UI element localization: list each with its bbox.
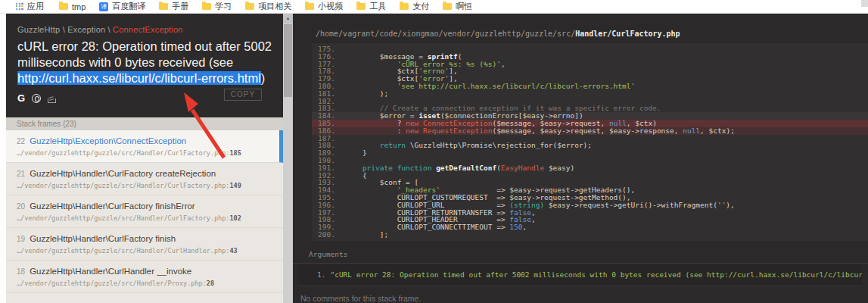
frame-path: …/vendor/guzzlehttp/guzzle/src/Handler/P… (17, 280, 272, 287)
apps-button[interactable]: 应用 (9, 1, 51, 13)
bookmark-item[interactable]: 项目相关 (238, 1, 298, 13)
bookmarks-bar: 应用 tmp译百度翻译手册学习项目相关小视频工具支付啊恒 (0, 0, 868, 14)
left-panel-scrollbar[interactable]: ▲ (283, 14, 293, 303)
folder-icon (245, 3, 254, 10)
frame-title: GuzzleHttp\Handler\CurlHandler __invoke (30, 267, 191, 276)
scrollbar-corner (861, 0, 868, 7)
frame-path: …/vendor/guzzlehttp/guzzle/src/Handler/C… (17, 247, 272, 255)
folder-icon (59, 3, 68, 10)
frame-index: 20 (17, 202, 25, 211)
file-path: /home/vagrant/code/xiongmao/vendor/guzzl… (293, 14, 868, 38)
duckduckgo-search-icon[interactable] (32, 94, 41, 103)
exception-message-suffix: ) (261, 71, 266, 85)
line-number: 200. (312, 231, 345, 239)
code-line: 199. CURLOPT_CONNECTTIMEOUT => 150, (312, 223, 868, 231)
file-path-filename: Handler/CurlFactory.php (575, 30, 680, 38)
frame-title: GuzzleHttp\Handler\CurlFactory createRej… (30, 169, 216, 178)
folder-icon (202, 3, 211, 10)
scrollbar-thumb[interactable] (284, 24, 292, 97)
bookmark-label: 工具 (369, 1, 386, 12)
bookmark-label: 手册 (172, 1, 188, 12)
breadcrumb-part: ConnectException (113, 25, 182, 34)
page: 应用 tmp译百度翻译手册学习项目相关小视频工具支付啊恒 GuzzleHttp … (0, 0, 868, 303)
exception-message-text: cURL error 28: Operation timed out after… (17, 39, 272, 69)
frame-index: 18 (17, 267, 25, 276)
frame-index: 19 (17, 235, 25, 243)
frame-index: 22 (17, 137, 25, 145)
apps-label: 应用 (27, 1, 44, 12)
code-line: 189. } (312, 149, 868, 157)
bookmark-item[interactable]: 译百度翻译 (92, 1, 152, 13)
stack-frame[interactable]: 18GuzzleHttp\Handler\CurlHandler __invok… (6, 261, 283, 293)
bookmark-label: 小视频 (318, 1, 343, 12)
code-line: 186. : new RequestException($message, $e… (312, 127, 868, 135)
bookmark-label: tmp (72, 2, 86, 11)
breadcrumb: GuzzleHttp \ Exception \ ConnectExceptio… (17, 25, 272, 34)
stack-frame[interactable]: 21GuzzleHttp\Handler\CurlFactory createR… (6, 163, 283, 195)
folder-icon (305, 3, 314, 10)
bookmark-label: 百度翻译 (112, 1, 145, 12)
no-comments-text: No comments for this stack frame. (300, 294, 868, 303)
bookmark-item[interactable]: 学习 (195, 1, 238, 13)
code-panel: /home/vagrant/code/xiongmao/vendor/guzzl… (293, 14, 868, 303)
folder-icon (400, 3, 409, 10)
code-block: 175.176. $message = sprintf(177. 'cURL e… (312, 43, 868, 241)
file-path-prefix: /home/vagrant/code/xiongmao/vendor/guzzl… (316, 30, 575, 38)
code-line: 181. ); (312, 90, 868, 98)
bookmark-item[interactable]: 支付 (393, 1, 436, 13)
google-search-icon[interactable]: G (17, 93, 25, 104)
frame-path: …/vendor/guzzlehttp/guzzle/src/Handler/C… (17, 149, 269, 157)
code-line: 188. return \GuzzleHttp\Promise\rejectio… (312, 142, 868, 149)
translate-icon: 译 (99, 2, 108, 11)
bookmark-label: 项目相关 (258, 1, 291, 12)
breadcrumb-part: GuzzleHttp (17, 25, 60, 34)
arguments-list: 1."cURL error 28: Operation timed out af… (299, 264, 862, 286)
left-panel: GuzzleHttp \ Exception \ ConnectExceptio… (6, 14, 283, 303)
exception-header: GuzzleHttp \ Exception \ ConnectExceptio… (6, 14, 283, 117)
bookmarks-list: tmp译百度翻译手册学习项目相关小视频工具支付啊恒 (52, 1, 479, 13)
code-line: 191. private function getDefaultConf(Eas… (312, 164, 868, 172)
bookmark-item[interactable]: 手册 (152, 1, 195, 13)
arguments-label: Arguments (309, 250, 868, 258)
code-line: 180. 'see http://curl.haxx.se/libcurl/c/… (312, 83, 868, 90)
stack-frames-header: Stack frames (23) (6, 117, 283, 130)
bookmark-item[interactable]: 工具 (350, 1, 393, 13)
bookmark-item[interactable]: 小视频 (298, 1, 350, 13)
breadcrumb-separator: \ (105, 25, 113, 34)
frame-title: GuzzleHttp\Handler\CurlFactory finishErr… (30, 201, 195, 211)
frame-title: GuzzleHttp\Exception\ConnectException (30, 136, 186, 145)
code-line: 200. ]; (312, 231, 868, 239)
main-area: GuzzleHttp \ Exception \ ConnectExceptio… (0, 14, 868, 303)
bookmark-label: 学习 (215, 1, 232, 12)
frame-index: 21 (17, 170, 25, 178)
bookmark-label: 啊恒 (456, 1, 472, 12)
frame-title: GuzzleHttp\Handler\CurlFactory finish (30, 234, 176, 243)
folder-icon (356, 3, 366, 10)
bookmark-item[interactable]: 啊恒 (436, 1, 479, 13)
stack-frame[interactable]: 20GuzzleHttp\Handler\CurlFactory finishE… (6, 195, 283, 228)
exception-doc-link[interactable]: http://curl.haxx.se/libcurl/c/libcurl-er… (17, 71, 261, 85)
argument-item: 1."cURL error 28: Operation timed out af… (317, 270, 857, 279)
bookmark-item[interactable]: tmp (52, 1, 92, 13)
apps-grid-icon (16, 3, 23, 11)
breadcrumb-part: Exception (67, 25, 105, 34)
exception-message: cURL error 28: Operation timed out after… (17, 39, 278, 86)
stack-frame[interactable]: 22GuzzleHttp\Exception\ConnectException…… (6, 130, 283, 163)
stackoverflow-search-icon[interactable] (48, 94, 56, 103)
copy-button[interactable]: COPY (224, 89, 262, 101)
frame-path: …/vendor/guzzlehttp/guzzle/src/Handler/C… (17, 182, 272, 189)
code-lines: 175.176. $message = sprintf(177. 'cURL e… (312, 45, 868, 239)
folder-icon (443, 3, 452, 10)
bookmark-label: 支付 (412, 1, 429, 12)
scrollbar-up-button[interactable]: ▲ (283, 14, 293, 23)
breadcrumb-separator: \ (60, 25, 67, 34)
folder-icon (159, 3, 168, 10)
stack-frame[interactable]: 19GuzzleHttp\Handler\CurlFactory finish…… (6, 228, 283, 261)
frame-path: …/vendor/guzzlehttp/guzzle/src/Handler/C… (17, 214, 272, 222)
stack-frames-list: 22GuzzleHttp\Exception\ConnectException…… (6, 130, 283, 303)
